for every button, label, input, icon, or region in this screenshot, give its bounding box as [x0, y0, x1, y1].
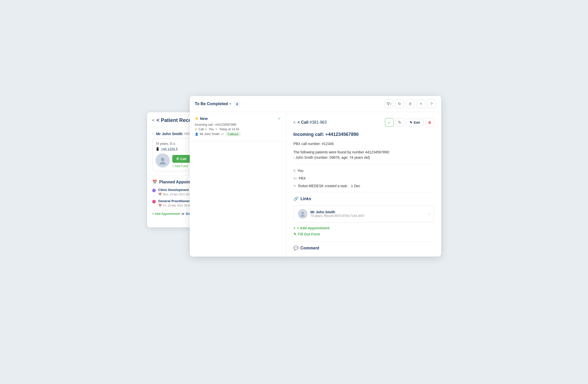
- links-icon: 🔗: [293, 196, 299, 201]
- task-count-badge: 4: [234, 101, 240, 107]
- linked-patient-card[interactable]: Mr John Smith 74 years, Record 4870-8704…: [293, 205, 434, 222]
- action-links: + + Add Appointment ✎ Fill Out Form: [293, 226, 434, 236]
- pbx-line: PBX call number: #12345: [293, 141, 434, 147]
- call-phone-icon: ✆: [176, 157, 179, 161]
- svg-point-2: [301, 212, 304, 214]
- detail-panel: < < Call #381-963 ✓ ↻: [286, 112, 441, 257]
- plus-icon: +: [420, 102, 422, 106]
- check-icon: ✓: [388, 120, 391, 125]
- call-back-button[interactable]: <: [293, 120, 296, 124]
- comment-icon: 💬: [293, 246, 299, 250]
- found-patients-text: The following patients were found by num…: [293, 150, 434, 160]
- patient-phone[interactable]: +44 1234 5: [161, 147, 178, 151]
- patient-name: Mr John Smith: [156, 132, 182, 136]
- task-meta-row-2: 👤 Mr John Smith 🏷 Callback: [195, 132, 281, 136]
- gender-icon: ♂: [152, 132, 155, 136]
- call-header-bar: < < Call #381-963 ✓ ↻: [293, 118, 434, 127]
- toolbar-buttons: ▾ ↻ ✆ + ?: [385, 100, 436, 108]
- edit-button[interactable]: ✎ Edit: [406, 119, 423, 126]
- task-tag-icon: 🏷: [221, 133, 224, 136]
- refresh-icon: ↻: [398, 102, 401, 106]
- task-meta-row-1: ✆ Call ⎘ You ✎ Today at 14:33: [195, 127, 281, 131]
- edit-pencil-icon: ✎: [410, 121, 412, 124]
- help-button[interactable]: ?: [427, 100, 436, 108]
- svg-point-0: [161, 158, 164, 161]
- robot-icon: ✎: [293, 184, 296, 188]
- task-card-header: ★ New ✓: [195, 116, 281, 121]
- add-appointment-link[interactable]: + Add Appointment: [152, 212, 180, 216]
- delete-button[interactable]: 🗑: [425, 118, 434, 127]
- top-bar-left: To Be Completed ▾ 4: [195, 101, 240, 107]
- pbx-tag-icon: 🏷: [293, 177, 297, 180]
- assignee-detail-icon: ⎘: [293, 169, 296, 173]
- dropdown-arrow-icon: ▾: [229, 102, 231, 106]
- appt-dot-1: [152, 189, 156, 192]
- appt-dot-2: [152, 200, 156, 203]
- incoming-call-title: Incoming call: +441234567890: [293, 132, 434, 137]
- assignee-name: You: [298, 169, 304, 173]
- or-text: or: [182, 212, 184, 216]
- call-header-title: < Call #381-963: [298, 120, 327, 125]
- links-section-heading: 🔗 Links: [293, 196, 434, 201]
- main-panel: To Be Completed ▾ 4 ▾ ↻ ✆ +: [190, 96, 441, 257]
- phone-icon: ✆: [409, 102, 412, 106]
- pbx-tag-item: 🏷 PBX: [293, 176, 434, 180]
- comment-section: 💬 Comment: [293, 246, 434, 250]
- task-list: ★ New ✓ Incoming call: +441234567890 ✆ C…: [190, 112, 286, 257]
- chevron-right-icon: ›: [428, 212, 430, 216]
- phone-button[interactable]: ✆: [406, 100, 415, 108]
- task-tag: Callback: [225, 132, 241, 136]
- pbx-tag-label: PBX: [299, 176, 306, 180]
- call-header-left: < < Call #381-963: [293, 120, 327, 125]
- robot-item: ✎ Robot MEDESK created a task. 1 Dec: [293, 184, 434, 188]
- delete-icon: 🗑: [428, 120, 431, 124]
- comment-title: 💬 Comment: [293, 246, 434, 250]
- status-label: To Be Completed: [195, 102, 228, 106]
- add-appointment-action[interactable]: + + Add Appointment: [293, 226, 434, 230]
- links-title: Links: [301, 197, 311, 201]
- call-header-actions: ✓ ↻ ✎ Edit 🗑: [385, 118, 434, 127]
- cal-icon-2: 📅: [158, 204, 162, 207]
- task-date-icon: ✎: [215, 128, 218, 131]
- linked-patient-sub: 74 years, Record 4870-8704-7144-3057: [311, 214, 365, 218]
- phone-icon: 📱: [156, 147, 160, 151]
- avatar: [156, 153, 170, 168]
- svg-point-1: [160, 162, 166, 165]
- call-refresh-icon: ↻: [398, 120, 401, 125]
- complete-button[interactable]: ✓: [385, 118, 394, 127]
- task-incoming-call: Incoming call: +441234567890: [195, 123, 281, 126]
- links-card-left: Mr John Smith 74 years, Record 4870-8704…: [298, 209, 365, 219]
- divider-1: [293, 164, 434, 165]
- linked-patient-avatar: [298, 209, 307, 219]
- task-card-1[interactable]: ★ New ✓ Incoming call: +441234567890 ✆ C…: [190, 112, 286, 141]
- planned-appointments-icon: 📅: [152, 180, 157, 184]
- call-refresh-button[interactable]: ↻: [396, 118, 404, 127]
- task-assignee-icon: ⎘: [205, 128, 207, 131]
- filter-button[interactable]: ▾: [385, 100, 393, 108]
- refresh-button[interactable]: ↻: [395, 100, 404, 108]
- fill-out-form-action[interactable]: ✎ Fill Out Form: [293, 232, 434, 236]
- add-button[interactable]: +: [417, 100, 425, 108]
- add-appt-icon: +: [293, 226, 296, 230]
- robot-text: Robot MEDESK created a task. 1 Dec: [298, 184, 360, 188]
- task-star-icon: ★: [195, 116, 198, 121]
- divider-2: [293, 192, 434, 192]
- top-bar: To Be Completed ▾ 4 ▾ ↻ ✆ +: [190, 96, 441, 112]
- task-phone-icon: ✆: [195, 128, 197, 131]
- divider-3: [293, 241, 434, 242]
- svg-point-3: [300, 215, 305, 217]
- fill-form-icon: ✎: [293, 232, 297, 236]
- panel-body: ★ New ✓ Incoming call: +441234567890 ✆ C…: [190, 112, 441, 257]
- task-check-icon: ✓: [278, 116, 281, 121]
- patient-back-button[interactable]: <: [152, 118, 154, 123]
- assignee-item: ⎘ You: [293, 169, 434, 173]
- task-title: ★ New: [195, 116, 208, 121]
- call-id: #381-963: [310, 120, 327, 124]
- cal-icon-1: 📅: [158, 193, 162, 196]
- patient-age: 74 years, D.o.: [156, 142, 176, 146]
- linked-patient-name: Mr John Smith: [311, 210, 365, 214]
- task-patient-icon: 👤: [195, 133, 198, 136]
- call-button[interactable]: ✆ Call: [172, 155, 191, 163]
- status-dropdown[interactable]: To Be Completed ▾: [195, 102, 231, 106]
- filter-icon: [386, 102, 390, 106]
